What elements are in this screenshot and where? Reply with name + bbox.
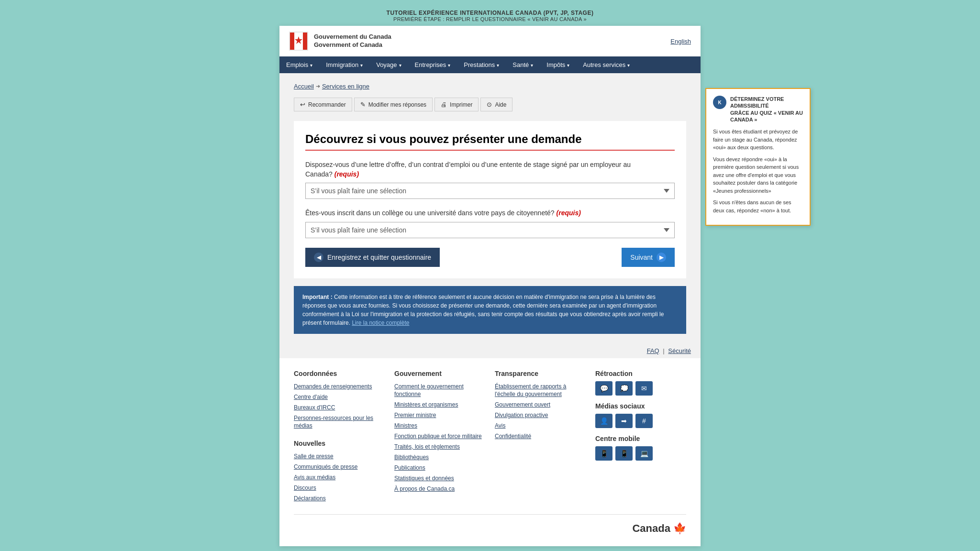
retroaction-icons: 💬 💭 ✉ xyxy=(595,381,686,396)
mobile-icon-2: 📱 xyxy=(615,446,633,461)
list-item: Discours xyxy=(294,484,385,491)
question-2-block: Êtes-vous inscrit dans un collège ou une… xyxy=(305,209,675,238)
nav-arrow: ▾ xyxy=(531,63,533,68)
logo-area: Gouvernement du Canada Government of Can… xyxy=(289,32,391,51)
canada-flag-icon xyxy=(289,32,308,51)
feedback-icon-2: 💭 xyxy=(615,381,633,396)
svg-rect-1 xyxy=(303,33,307,50)
sidebar-popup-header: K DÉTERMINEZ VOTRE ADMISSIBILITÉ GRÂCE A… xyxy=(713,96,803,123)
nav-arrow: ▾ xyxy=(448,63,450,68)
question-2-label: Êtes-vous inscrit dans un collège ou une… xyxy=(305,209,675,218)
list-item: À propos de Canada.ca xyxy=(394,485,485,492)
info-important-label: Important : xyxy=(302,294,333,300)
nav-immigration[interactable]: Immigration ▾ xyxy=(319,56,369,73)
save-quit-button[interactable]: ◀ Enregistrez et quitter questionnaire xyxy=(305,248,440,267)
list-item: Personnes-ressources pour les médias xyxy=(294,414,385,429)
nav-arrow: ▾ xyxy=(310,63,312,68)
list-item: Comment le gouvernement fonctionne xyxy=(394,382,485,397)
recommend-icon: ↩ xyxy=(300,101,305,108)
feedback-icon-1: 💬 xyxy=(595,381,612,396)
breadcrumb-home[interactable]: Accueil xyxy=(294,83,314,90)
social-icon-1: 👤 xyxy=(595,414,612,428)
sidebar-popup-title: DÉTERMINEZ VOTRE ADMISSIBILITÉ GRÂCE AU … xyxy=(730,96,803,123)
print-button[interactable]: 🖨 Imprimer xyxy=(434,98,479,111)
list-item: Bureaux d'IRCC xyxy=(294,403,385,411)
form-buttons: ◀ Enregistrez et quitter questionnaire S… xyxy=(305,248,675,267)
form-title: Découvrez si vous pouvez présenter une d… xyxy=(305,132,675,151)
list-item: Salle de presse xyxy=(294,452,385,460)
footer-col-transparence: Transparence Établissement de rapports à… xyxy=(495,370,586,505)
canada-wordmark: Canada 🍁 xyxy=(294,522,686,535)
sidebar-popup: K DÉTERMINEZ VOTRE ADMISSIBILITÉ GRÂCE A… xyxy=(705,88,811,226)
list-item: Déclarations xyxy=(294,494,385,502)
content-area: Accueil ➜ Services en ligne ↩ Recommande… xyxy=(279,73,701,343)
footer-bottom: Canada 🍁 xyxy=(294,514,686,535)
list-item: Publications xyxy=(394,463,485,471)
recommend-button[interactable]: ↩ Recommander xyxy=(294,98,352,111)
form-card: Découvrez si vous pouvez présenter une d… xyxy=(294,121,686,278)
list-item: Demandes de renseignements xyxy=(294,382,385,390)
breadcrumb-current[interactable]: Services en ligne xyxy=(322,83,369,90)
breadcrumb-arrow: ➜ xyxy=(316,83,320,89)
nav-emplois[interactable]: Emplois ▾ xyxy=(279,56,319,73)
action-bar: ↩ Recommander ✎ Modifier mes réponses 🖨 … xyxy=(294,98,686,111)
site-header: Gouvernement du Canada Government of Can… xyxy=(279,26,701,56)
language-switch[interactable]: English xyxy=(670,38,691,45)
footer-col-coordonnees: Coordonnées Demandes de renseignements C… xyxy=(294,370,385,505)
required-tag-2: (requis) xyxy=(557,209,581,217)
nav-arrow: ▾ xyxy=(399,63,401,68)
next-icon: ▶ xyxy=(657,253,666,262)
nav-arrow: ▾ xyxy=(627,63,630,68)
print-icon: 🖨 xyxy=(441,101,447,108)
modify-icon: ✎ xyxy=(360,101,366,108)
nav-autres[interactable]: Autres services ▾ xyxy=(576,56,636,73)
footer-sep: | xyxy=(663,347,664,354)
mobile-icon-1: 📱 xyxy=(595,446,612,461)
sidebar-text-1: Si vous êtes étudiant et prévoyez de fai… xyxy=(713,128,803,152)
kowala-badge: K xyxy=(713,96,726,109)
social-icon-2: ➡ xyxy=(615,414,633,428)
faq-link[interactable]: FAQ xyxy=(647,347,659,354)
nav-arrow: ▾ xyxy=(497,63,499,68)
social-icon-3: # xyxy=(635,414,653,428)
next-button[interactable]: Suivant ▶ xyxy=(622,248,675,267)
site-footer: Coordonnées Demandes de renseignements C… xyxy=(279,358,701,546)
top-banner: TUTORIEL EXPÉRIENCE INTERNATIONALE CANAD… xyxy=(387,10,594,22)
question-2-select[interactable]: S’il vous plaît faire une sélection Oui … xyxy=(305,222,675,238)
page-footer-links: FAQ | Sécurité xyxy=(279,343,701,358)
footer-col-gouvernement: Gouvernement Comment le gouvernement fon… xyxy=(394,370,485,505)
modify-button[interactable]: ✎ Modifier mes réponses xyxy=(354,98,433,111)
list-item: Bibliothèques xyxy=(394,453,485,461)
question-1-select[interactable]: S’il vous plaît faire une sélection Oui … xyxy=(305,183,675,199)
tutorial-title: TUTORIEL EXPÉRIENCE INTERNATIONALE CANAD… xyxy=(387,10,594,16)
breadcrumb: Accueil ➜ Services en ligne xyxy=(294,83,686,90)
list-item: Gouvernement ouvert xyxy=(495,400,586,408)
question-1-label: Disposez-vous d’une lettre d’offre, d’un… xyxy=(305,160,675,179)
info-link[interactable]: Lire la notice complète xyxy=(352,320,409,326)
footer-col-retroaction: Rétroaction 💬 💭 ✉ Médias sociaux 👤 ➡ # C… xyxy=(595,370,686,505)
help-button[interactable]: ⊙ Aide xyxy=(480,98,512,111)
social-media-icons: 👤 ➡ # xyxy=(595,414,686,428)
nav-sante[interactable]: Santé ▾ xyxy=(506,56,540,73)
list-item: Confidentialité xyxy=(495,432,586,440)
sidebar-text-3: Si vous n'êtes dans aucun de ses deux ca… xyxy=(713,198,803,214)
help-icon: ⊙ xyxy=(487,101,492,108)
feedback-icon-3: ✉ xyxy=(635,381,653,396)
list-item: Ministères et organismes xyxy=(394,400,485,408)
save-icon: ◀ xyxy=(314,253,323,262)
list-item: Ministres xyxy=(394,421,485,429)
maple-leaf: 🍁 xyxy=(670,522,686,534)
list-item: Divulgation proactive xyxy=(495,411,586,419)
nav-entreprises[interactable]: Entreprises ▾ xyxy=(408,56,457,73)
required-tag-1: (requis) xyxy=(334,170,359,178)
footer-columns: Coordonnées Demandes de renseignements C… xyxy=(294,370,686,505)
nav-arrow: ▾ xyxy=(567,63,569,68)
security-link[interactable]: Sécurité xyxy=(668,347,691,354)
nav-voyage[interactable]: Voyage ▾ xyxy=(369,56,408,73)
nav-impots[interactable]: Impôts ▾ xyxy=(540,56,576,73)
main-nav: Emplois ▾ Immigration ▾ Voyage ▾ Entrepr… xyxy=(279,56,701,73)
list-item: Traités, lois et règlements xyxy=(394,442,485,450)
nav-prestations[interactable]: Prestations ▾ xyxy=(457,56,506,73)
info-box: Important : Cette information est à titr… xyxy=(294,286,686,334)
mobile-icon-3: 💻 xyxy=(635,446,653,461)
